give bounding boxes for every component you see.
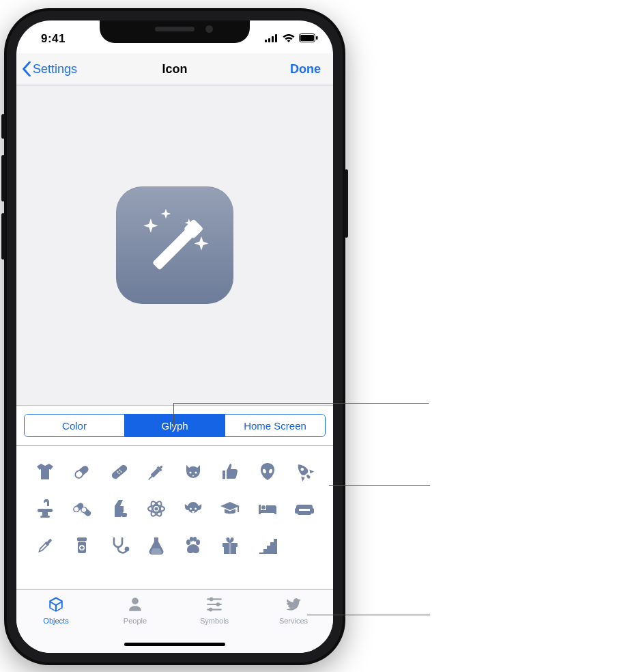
- magic-wand-icon: [130, 201, 219, 290]
- twitter-icon: [284, 596, 303, 615]
- glyph-stethoscope[interactable]: [103, 529, 136, 562]
- svg-point-58: [124, 547, 129, 552]
- segment-home-screen[interactable]: Home Screen: [225, 415, 325, 436]
- svg-rect-12: [110, 464, 128, 480]
- back-label: Settings: [33, 62, 77, 76]
- svg-rect-43: [238, 506, 239, 512]
- signal-icon: [265, 33, 278, 45]
- device-side-button: [1, 114, 5, 139]
- icon-mode-segment: Color Glyph Home Screen: [24, 414, 326, 437]
- svg-point-42: [192, 511, 195, 513]
- cube-icon: [46, 596, 66, 615]
- glyph-alien[interactable]: [251, 456, 284, 488]
- glyph-sofa[interactable]: [288, 492, 321, 525]
- svg-rect-53: [77, 537, 87, 541]
- glyph-grid[interactable]: [16, 446, 333, 568]
- svg-rect-29: [42, 512, 48, 516]
- glyph-pill[interactable]: [66, 456, 98, 488]
- tab-label: Symbols: [200, 617, 229, 625]
- glyph-bed[interactable]: [251, 492, 284, 525]
- device-side-button: [1, 213, 5, 260]
- glyph-sink[interactable]: [29, 492, 61, 525]
- glyph-syringe[interactable]: [140, 456, 173, 488]
- glyph-flask[interactable]: [140, 529, 173, 562]
- glyph-atom[interactable]: [140, 492, 173, 525]
- page-title: Icon: [162, 62, 187, 76]
- glyph-shirt[interactable]: [29, 456, 61, 488]
- svg-rect-1: [268, 38, 270, 42]
- glyph-paw[interactable]: [177, 529, 210, 562]
- svg-point-40: [190, 508, 192, 510]
- svg-rect-35: [121, 513, 127, 517]
- glyph-dog-face[interactable]: [177, 492, 210, 525]
- glyph-category-tabbar: Objects People Symbols Services: [16, 589, 333, 653]
- tab-label: Services: [279, 617, 308, 625]
- device-frame: 9:41 Settings: [4, 8, 345, 665]
- device-side-button: [1, 155, 5, 201]
- battery-icon: [299, 33, 318, 45]
- device-notch: [100, 20, 250, 43]
- nav-bar: Settings Icon Done: [16, 53, 333, 85]
- svg-point-59: [186, 540, 190, 545]
- done-button[interactable]: Done: [290, 53, 321, 85]
- tab-label: Objects: [43, 617, 68, 625]
- tab-symbols[interactable]: Symbols: [175, 596, 254, 625]
- svg-point-47: [261, 505, 266, 509]
- svg-point-71: [209, 608, 213, 612]
- chevron-left-icon: [22, 61, 31, 76]
- glyph-thumbs-up[interactable]: [214, 456, 246, 488]
- svg-rect-0: [265, 40, 267, 42]
- glyph-dropper[interactable]: [29, 529, 61, 562]
- glyph-pill-bottle[interactable]: [66, 529, 98, 562]
- glyph-gift[interactable]: [214, 529, 246, 562]
- segment-glyph[interactable]: Glyph: [124, 415, 225, 436]
- home-indicator[interactable]: [124, 643, 225, 646]
- svg-point-22: [190, 471, 192, 473]
- svg-point-41: [195, 508, 197, 510]
- svg-rect-57: [81, 547, 84, 548]
- svg-rect-28: [38, 509, 53, 512]
- device-screen: 9:41 Settings: [16, 20, 333, 653]
- glyph-inhaler[interactable]: [103, 492, 136, 525]
- svg-point-61: [190, 537, 193, 542]
- glyph-bandage[interactable]: [103, 456, 136, 488]
- glyph-empty: [288, 529, 321, 562]
- icon-preview-area: [16, 85, 333, 406]
- svg-point-60: [196, 540, 200, 545]
- glyph-rocket[interactable]: [288, 456, 321, 488]
- svg-rect-66: [207, 598, 222, 600]
- glyph-pills[interactable]: [66, 492, 98, 525]
- tab-services[interactable]: Services: [254, 596, 333, 625]
- tab-people[interactable]: People: [96, 596, 175, 625]
- back-button[interactable]: Settings: [22, 53, 77, 85]
- device-side-button: [345, 169, 348, 238]
- tab-objects[interactable]: Objects: [16, 596, 96, 625]
- svg-rect-2: [272, 36, 274, 42]
- svg-rect-3: [275, 34, 277, 42]
- sliders-icon: [205, 596, 224, 615]
- svg-rect-27: [306, 474, 311, 479]
- svg-rect-21: [148, 477, 152, 480]
- svg-rect-30: [40, 516, 50, 518]
- svg-point-23: [195, 471, 197, 473]
- svg-rect-65: [229, 543, 231, 554]
- tab-label: People: [124, 617, 147, 625]
- glyph-stairs[interactable]: [251, 529, 284, 562]
- svg-rect-5: [300, 35, 314, 41]
- glyph-graduation-cap[interactable]: [214, 492, 246, 525]
- svg-rect-46: [259, 510, 276, 513]
- svg-point-70: [216, 602, 220, 606]
- svg-point-69: [210, 598, 214, 602]
- segment-color[interactable]: Color: [25, 415, 124, 436]
- status-time: 9:41: [41, 32, 66, 46]
- svg-rect-50: [298, 511, 311, 515]
- svg-rect-6: [316, 36, 318, 40]
- wifi-icon: [283, 33, 295, 45]
- segmented-control-row: Color Glyph Home Screen: [16, 406, 333, 446]
- svg-point-39: [154, 507, 158, 510]
- glyph-cat-face[interactable]: [177, 456, 210, 488]
- person-icon: [126, 596, 145, 615]
- shortcut-icon-preview: [116, 186, 233, 304]
- svg-point-62: [193, 537, 197, 542]
